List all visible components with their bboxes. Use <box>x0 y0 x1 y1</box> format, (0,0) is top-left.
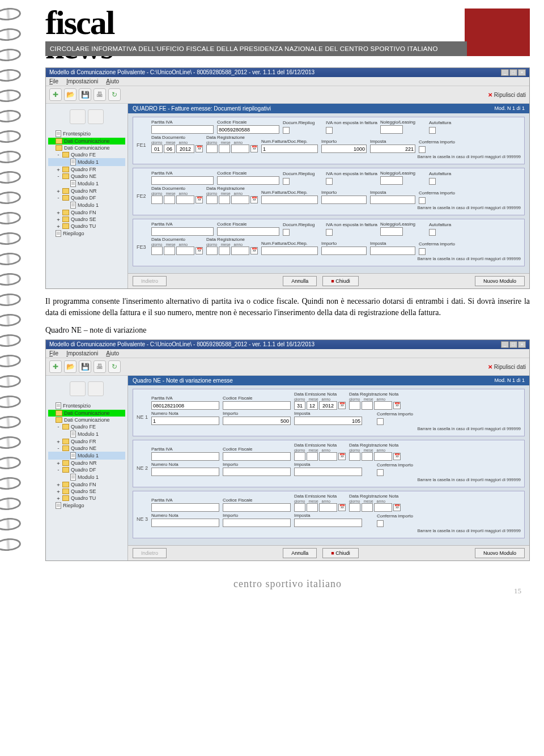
max-button[interactable]: □ <box>509 69 517 76</box>
tree-item[interactable]: Modulo 1 <box>48 473 125 481</box>
ivanon-check[interactable] <box>326 178 333 185</box>
conferma-check[interactable] <box>419 197 426 204</box>
conferma-check[interactable] <box>377 469 384 476</box>
num-input[interactable] <box>151 468 219 476</box>
dr-day[interactable] <box>349 503 360 512</box>
importo-input[interactable] <box>223 417 291 425</box>
importo-input[interactable] <box>321 196 367 204</box>
dr-mon[interactable] <box>362 503 373 512</box>
cf-input[interactable] <box>223 452 291 461</box>
dr-day[interactable] <box>206 196 218 204</box>
imposta-input[interactable] <box>370 145 415 153</box>
de-mon[interactable] <box>307 503 318 512</box>
tree-item[interactable]: Modulo 1 <box>48 452 125 460</box>
importo-input[interactable] <box>321 247 367 255</box>
piva-input[interactable] <box>151 125 214 134</box>
num-input[interactable] <box>151 417 219 425</box>
calendar-icon[interactable]: 📅 <box>393 402 401 409</box>
tree-item[interactable]: Modulo 1 <box>48 180 125 188</box>
importo-input[interactable] <box>223 468 291 476</box>
tree-item[interactable]: +Quadro SE <box>48 488 125 495</box>
chiudi-button[interactable]: Chiudi <box>322 548 358 558</box>
dr-mon[interactable] <box>362 452 373 461</box>
noleggio-input[interactable] <box>380 227 403 236</box>
dd-day[interactable] <box>151 247 163 255</box>
tree-item[interactable]: -Quadro DF <box>48 194 125 201</box>
imposta-input[interactable] <box>370 247 415 255</box>
tree-item[interactable]: +Quadro NR <box>48 188 125 194</box>
tree-item[interactable]: Dati Comunicazione <box>48 417 125 423</box>
docriep-check[interactable] <box>283 127 290 134</box>
open-icon[interactable]: 📂 <box>64 88 76 101</box>
piva-input[interactable] <box>151 503 219 512</box>
side-btn-2[interactable] <box>88 109 104 124</box>
dr-day[interactable] <box>349 452 360 461</box>
dd-mon[interactable] <box>164 196 175 204</box>
tree-item[interactable]: Modulo 1 <box>48 430 125 438</box>
nuovo-button[interactable]: Nuovo Modulo <box>475 276 525 286</box>
indietro-button[interactable]: Indietro <box>133 548 167 558</box>
autofatt-check[interactable] <box>429 229 436 236</box>
side-btn-2[interactable] <box>88 381 104 396</box>
autofatt-check[interactable] <box>429 127 436 134</box>
calendar-icon[interactable]: 📅 <box>196 247 203 254</box>
ripulisci-button[interactable]: Ripulisci dati <box>488 360 526 373</box>
tree-item[interactable]: -Quadro FE <box>48 151 125 158</box>
de-day[interactable] <box>294 452 305 461</box>
dr-mon[interactable] <box>219 247 230 255</box>
tree-item[interactable]: +Quadro TU <box>48 495 125 502</box>
calendar-icon[interactable]: 📅 <box>393 504 401 511</box>
indietro-button[interactable]: Indietro <box>133 276 167 286</box>
menu-item[interactable]: Aiuto <box>106 78 119 84</box>
num-input[interactable] <box>261 247 318 255</box>
ripulisci-button[interactable]: Ripulisci dati <box>488 88 526 101</box>
de-yr[interactable] <box>319 503 337 512</box>
tree-item[interactable]: -Quadro FE <box>48 423 125 430</box>
calendar-icon[interactable]: 📅 <box>250 145 258 152</box>
cf-input[interactable] <box>217 227 279 236</box>
side-btn-1[interactable] <box>70 109 86 124</box>
dr-mon[interactable] <box>362 401 373 410</box>
tree-item[interactable]: Dati Comunicazione <box>48 138 125 145</box>
dd-yr[interactable] <box>176 145 194 153</box>
cf-input[interactable] <box>223 401 291 410</box>
tree-item[interactable]: Riepilogo <box>48 502 125 509</box>
de-yr[interactable] <box>319 452 337 461</box>
tree-item[interactable]: +Quadro SE <box>48 216 125 223</box>
calendar-icon[interactable]: 📅 <box>338 402 346 409</box>
dr-yr[interactable] <box>231 247 249 255</box>
de-yr[interactable] <box>319 401 337 410</box>
conferma-check[interactable] <box>377 418 384 425</box>
dd-day[interactable] <box>151 196 163 204</box>
open-icon[interactable]: 📂 <box>64 360 76 373</box>
autofatt-check[interactable] <box>429 178 436 185</box>
ivanon-check[interactable] <box>326 127 333 134</box>
menu-item[interactable]: File <box>49 350 58 356</box>
piva-input[interactable] <box>151 227 214 236</box>
de-mon[interactable] <box>307 401 318 410</box>
tree-item[interactable]: Riepilogo <box>48 230 125 237</box>
tree-item[interactable]: +Quadro TU <box>48 223 125 230</box>
dr-yr[interactable] <box>231 145 249 153</box>
conferma-check[interactable] <box>419 248 426 255</box>
importo-input[interactable] <box>223 519 291 527</box>
dd-mon[interactable] <box>164 247 175 255</box>
new-icon[interactable]: ✚ <box>49 360 62 373</box>
docriep-check[interactable] <box>283 229 290 236</box>
num-input[interactable] <box>151 519 219 527</box>
dr-mon[interactable] <box>219 196 230 204</box>
dr-day[interactable] <box>349 401 360 410</box>
calendar-icon[interactable]: 📅 <box>196 196 203 203</box>
close-button[interactable]: × <box>518 341 526 348</box>
dd-yr[interactable] <box>176 247 194 255</box>
dr-yr[interactable] <box>374 503 392 512</box>
annulla-button[interactable]: Annulla <box>283 276 317 286</box>
ivanon-check[interactable] <box>326 229 333 236</box>
imposta-input[interactable] <box>294 468 362 476</box>
tree-item[interactable]: +Quadro FR <box>48 166 125 173</box>
de-day[interactable] <box>294 401 305 410</box>
cf-input[interactable] <box>223 503 291 512</box>
calendar-icon[interactable]: 📅 <box>250 196 258 203</box>
de-mon[interactable] <box>307 452 318 461</box>
dr-yr[interactable] <box>231 196 249 204</box>
